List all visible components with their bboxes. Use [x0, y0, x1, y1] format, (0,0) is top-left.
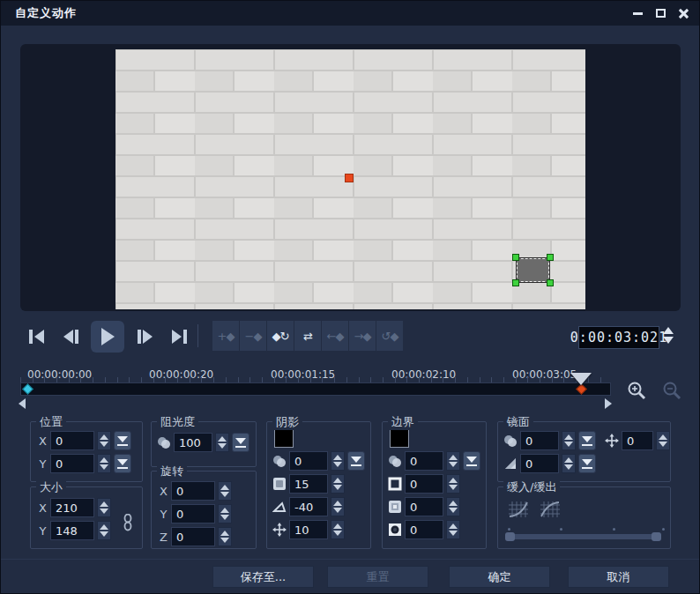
border-soft-edge-input[interactable]	[405, 497, 443, 516]
rotation-z-input[interactable]	[171, 527, 215, 546]
ease-out-icon	[540, 501, 560, 517]
shadow-opacity-spinner[interactable]	[331, 451, 345, 471]
timeline-zoom-in-button[interactable]	[626, 380, 647, 401]
border-width-input[interactable]	[405, 474, 443, 494]
rotation-x-spinner[interactable]	[218, 481, 232, 501]
opacity-input[interactable]	[174, 433, 212, 452]
resize-handle-top-right[interactable]	[547, 254, 554, 261]
play-button[interactable]	[91, 321, 124, 353]
rotation-x-input[interactable]	[171, 481, 215, 501]
size-group: 大小 X Y	[30, 486, 143, 549]
border-opacity-input[interactable]	[405, 451, 443, 471]
dialog-title: 自定义动作	[15, 5, 77, 21]
easing-slider-left-handle[interactable]	[505, 532, 515, 541]
shadow-angle-spinner[interactable]	[331, 497, 345, 516]
keyframe-track[interactable]	[20, 382, 611, 396]
easing-slider[interactable]	[505, 528, 661, 542]
position-y-keyframe-dropdown[interactable]	[114, 454, 131, 473]
shadow-distance-spinner[interactable]	[331, 520, 345, 539]
rotation-y-spinner[interactable]	[218, 504, 232, 523]
link-chain-icon	[123, 514, 133, 531]
rotation-z-spinner[interactable]	[218, 527, 232, 546]
ease-out-button[interactable]	[540, 501, 560, 521]
resize-handle-top-left[interactable]	[512, 254, 519, 261]
timecode-spinner[interactable]	[663, 327, 674, 344]
border-opacity-spinner[interactable]	[446, 451, 460, 471]
timecode-display[interactable]: 0:00:03:021	[578, 326, 659, 349]
mirror-opacity-spinner[interactable]	[562, 431, 576, 450]
cancel-button[interactable]: 取消	[568, 566, 669, 588]
rotation-y-input[interactable]	[171, 504, 215, 523]
go-to-end-button[interactable]	[165, 322, 193, 352]
restore-keyframe-button[interactable]: ↺◆	[376, 321, 403, 351]
save-to-button[interactable]: 保存至...	[212, 566, 314, 588]
shadow-angle-input[interactable]	[289, 497, 328, 516]
add-keyframe-icon: +◆	[218, 330, 235, 343]
move-keyframe-right-button[interactable]: →◆	[349, 321, 376, 351]
previous-frame-button[interactable]	[56, 322, 85, 352]
size-x-input[interactable]	[50, 498, 94, 517]
maximize-button[interactable]	[653, 6, 667, 20]
selected-object[interactable]	[517, 258, 549, 282]
opacity-keyframe-dropdown[interactable]	[232, 433, 249, 452]
add-keyframe-button[interactable]: +◆	[212, 321, 239, 351]
move-keyframe-left-button[interactable]: ←◆	[322, 321, 348, 351]
title-bar: 自定义动作	[1, 1, 699, 26]
shadow-opacity-input[interactable]	[289, 451, 328, 471]
playhead-marker[interactable]	[570, 373, 592, 385]
preview-canvas[interactable]	[115, 49, 585, 309]
mirror-offset-input[interactable]	[622, 431, 653, 450]
border-glow-input[interactable]	[405, 520, 443, 539]
timecode-up-icon[interactable]	[663, 327, 674, 334]
size-x-spinner[interactable]	[97, 498, 111, 517]
timeline-scroll-right-button[interactable]	[605, 398, 612, 409]
resize-handle-bottom-right[interactable]	[547, 279, 554, 286]
shadow-blur-spinner[interactable]	[331, 474, 345, 494]
position-x-keyframe-dropdown[interactable]	[114, 431, 131, 450]
next-frame-button[interactable]	[130, 322, 159, 352]
remove-keyframe-button[interactable]: −◆	[240, 321, 266, 351]
mirror-opacity-input[interactable]	[520, 431, 559, 450]
resize-handle-bottom-left[interactable]	[512, 279, 519, 286]
motion-center-marker[interactable]	[345, 174, 354, 182]
reverse-keyframes-button[interactable]: ◆↻	[267, 321, 294, 351]
border-soft-edge-spinner[interactable]	[446, 497, 460, 516]
timecode-down-icon[interactable]	[663, 337, 674, 344]
mirror-offset-spinner[interactable]	[656, 431, 670, 450]
mirror-fade-spinner[interactable]	[562, 454, 576, 473]
shadow-color-swatch[interactable]	[274, 428, 294, 448]
size-link-button[interactable]	[123, 514, 133, 535]
border-glow-spinner[interactable]	[446, 520, 460, 539]
close-button[interactable]	[676, 6, 690, 20]
mirror-fade-keyframe-dropdown[interactable]	[578, 454, 596, 473]
mirror-keyframe-dropdown[interactable]	[578, 431, 596, 450]
easing-slider-track[interactable]	[505, 534, 661, 539]
remove-keyframe-icon: −◆	[245, 330, 262, 343]
timeline-scroll-left-button[interactable]	[19, 398, 26, 409]
size-y-input[interactable]	[50, 521, 94, 540]
shadow-blur-input[interactable]	[289, 474, 328, 494]
position-x-spinner[interactable]	[97, 431, 111, 450]
mirror-fade-input[interactable]	[520, 454, 559, 473]
reset-button[interactable]: 重置	[327, 566, 428, 588]
border-color-swatch[interactable]	[390, 428, 409, 448]
border-keyframe-dropdown[interactable]	[463, 451, 480, 471]
position-x-input[interactable]	[50, 431, 94, 450]
border-soft-edge-icon	[388, 500, 402, 514]
go-to-start-button[interactable]	[22, 322, 50, 352]
position-y-input[interactable]	[50, 454, 94, 473]
minimize-button[interactable]	[630, 6, 644, 20]
opacity-spinner[interactable]	[215, 433, 229, 452]
size-y-spinner[interactable]	[97, 521, 111, 540]
rotation-x-label: X	[159, 485, 168, 498]
ok-button[interactable]: 确定	[449, 566, 550, 588]
easing-slider-right-handle[interactable]	[652, 532, 661, 541]
move-keyframe-left-icon: ←◆	[327, 330, 344, 343]
swap-keyframes-button[interactable]: ⇄	[294, 321, 321, 351]
timeline-zoom-out-button[interactable]	[661, 380, 682, 401]
position-y-spinner[interactable]	[97, 454, 111, 473]
shadow-distance-input[interactable]	[289, 520, 328, 539]
ease-in-button[interactable]	[509, 501, 528, 521]
border-width-spinner[interactable]	[446, 474, 460, 494]
shadow-keyframe-dropdown[interactable]	[347, 451, 365, 471]
